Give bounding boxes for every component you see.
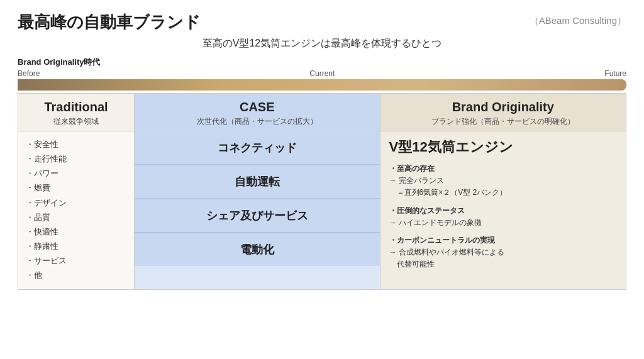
traditional-list: 安全性走行性能パワー燃費デザイン品質快適性静粛性サービス他: [26, 138, 129, 283]
timeline-section: Brand Originality時代 Before Current Futur…: [18, 57, 626, 91]
case-items: コネクティッド自動運転シェア及びサービス電動化: [135, 131, 380, 266]
traditional-list-item: 走行性能: [26, 152, 129, 167]
traditional-list-item: サービス: [26, 254, 129, 268]
main-title: 最高峰の自動車ブランド: [18, 11, 201, 33]
brand-point-body: → 合成燃料やバイオ燃料等による: [389, 248, 504, 257]
timeline-current: Current: [309, 69, 335, 78]
brand-point-body: → 完全バランス: [389, 176, 444, 185]
traditional-list-item: パワー: [26, 167, 129, 181]
brand-point-body: → ハイエンドモデルの象徴: [389, 218, 482, 227]
traditional-list-item: デザイン: [26, 196, 129, 211]
main-grid: Traditional 従来競争領域 CASE 次世代化（商品・サービスの拡大）…: [18, 93, 626, 290]
brand-point-body: 代替可能性: [389, 260, 435, 268]
page: 最高峰の自動車ブランド （ABeam Consulting） 至高のV型12気筒…: [0, 0, 644, 359]
traditional-list-item: 安全性: [26, 138, 129, 152]
header-traditional: Traditional 従来競争領域: [18, 94, 135, 131]
traditional-subtitle: 従来競争領域: [25, 116, 128, 127]
brand-point: ・至高の存在→ 完全バランス ＝直列6気筒×２（V型 2バンク）: [389, 163, 618, 199]
traditional-list-item: 燃費: [26, 181, 129, 196]
brand-point-body: ＝直列6気筒×２（V型 2バンク）: [389, 188, 508, 197]
traditional-list-item: 静粛性: [26, 240, 129, 254]
case-subtitle: 次世代化（商品・サービスの拡大）: [141, 116, 374, 127]
timeline-labels: Before Current Future: [18, 69, 626, 78]
brand-subtitle: ブランド強化（商品・サービスの明確化）: [387, 116, 620, 127]
case-item: コネクティッド: [135, 131, 380, 165]
timeline-arrow: [18, 79, 626, 91]
traditional-list-item: 品質: [26, 211, 129, 225]
brand-engine-title: V型12気筒エンジン: [389, 138, 618, 157]
timeline-before: Before: [18, 69, 40, 78]
traditional-list-item: 快適性: [26, 225, 129, 240]
header-brand: Brand Originality ブランド強化（商品・サービスの明確化）: [380, 94, 626, 131]
timeline-future: Future: [604, 69, 626, 78]
brand-title: Brand Originality: [387, 100, 620, 114]
subtitle: 至高のV型12気筒エンジンは最高峰を体現するひとつ: [18, 37, 626, 50]
consulting-label: （ABeam Consulting）: [530, 15, 626, 27]
traditional-list-item: 他: [26, 268, 129, 283]
case-title: CASE: [141, 100, 374, 114]
traditional-title: Traditional: [25, 100, 128, 114]
brand-point-title: ・カーボンニュートラルの実現: [389, 236, 495, 245]
brand-point-title: ・至高の存在: [389, 164, 435, 173]
header-row: 最高峰の自動車ブランド （ABeam Consulting）: [18, 11, 626, 33]
brand-point: ・カーボンニュートラルの実現→ 合成燃料やバイオ燃料等による 代替可能性: [389, 235, 618, 271]
header-case: CASE 次世代化（商品・サービスの拡大）: [135, 94, 380, 131]
content-traditional: 安全性走行性能パワー燃費デザイン品質快適性静粛性サービス他: [18, 131, 135, 289]
brand-originality-label: Brand Originality時代: [18, 57, 626, 68]
case-item: シェア及びサービス: [135, 199, 380, 233]
brand-points: ・至高の存在→ 完全バランス ＝直列6気筒×２（V型 2バンク）・圧倒的なステー…: [389, 163, 618, 271]
brand-point-title: ・圧倒的なステータス: [389, 206, 465, 215]
content-case: コネクティッド自動運転シェア及びサービス電動化: [135, 131, 380, 289]
case-item: 電動化: [135, 233, 380, 266]
brand-point: ・圧倒的なステータス→ ハイエンドモデルの象徴: [389, 205, 618, 229]
content-brand: V型12気筒エンジン ・至高の存在→ 完全バランス ＝直列6気筒×２（V型 2バ…: [380, 131, 626, 289]
case-item: 自動運転: [135, 165, 380, 199]
